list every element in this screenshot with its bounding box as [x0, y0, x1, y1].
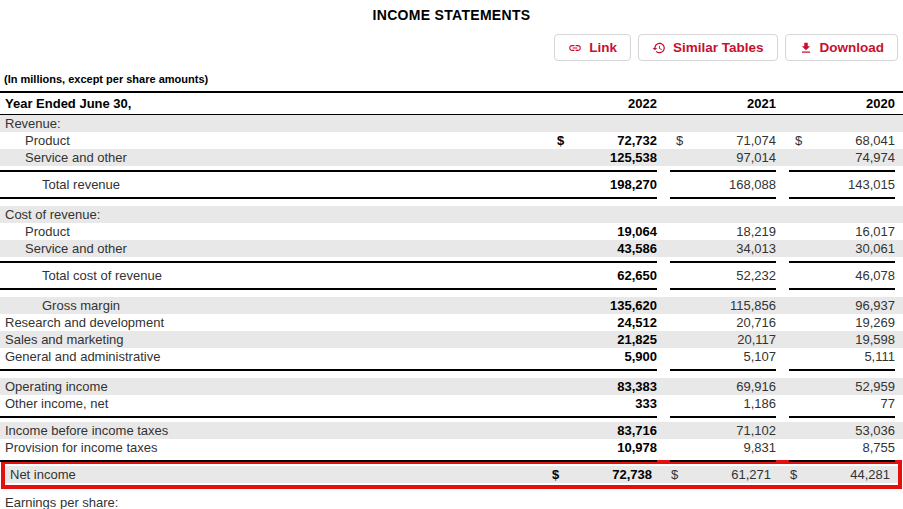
dollar-sign: $ [670, 132, 690, 149]
dollar-sign: $ [784, 466, 804, 483]
value-2021: 20,117 [690, 331, 776, 348]
row-label: Other income, net [0, 395, 551, 412]
row-label: Service and other [0, 240, 551, 257]
row-label: Service and other [0, 149, 551, 166]
section-rule [0, 412, 903, 416]
value-2021: 71,102 [690, 422, 776, 439]
similar-tables-button[interactable]: Similar Tables [638, 34, 778, 61]
value-2022: 5,900 [571, 348, 657, 365]
value-2022: 135,620 [571, 297, 657, 314]
row-label: Income before income taxes [0, 422, 551, 439]
similar-tables-button-label: Similar Tables [673, 39, 764, 56]
table-row: Total revenue198,270168,088143,015 [0, 176, 903, 193]
value-2020: 5,111 [809, 348, 895, 365]
value-2021: 20,716 [690, 314, 776, 331]
dollar-sign: $ [551, 132, 571, 149]
table-row: Total cost of revenue62,65052,23246,078 [0, 267, 903, 284]
row-label: Product [0, 132, 551, 149]
value-2022: 19,064 [571, 223, 657, 240]
row-label: Earnings per share: [0, 494, 551, 509]
table-row: Provision for income taxes10,9789,8318,7… [0, 439, 903, 456]
value-2021: 71,074 [690, 132, 776, 149]
value-2020: 16,017 [809, 223, 895, 240]
value-2022: 62,650 [571, 267, 657, 284]
value-2021: 97,014 [690, 149, 776, 166]
row-label: Gross margin [0, 297, 551, 314]
row-label: Sales and marketing [0, 331, 551, 348]
page-title: INCOME STATEMENTS [0, 7, 903, 23]
download-button-label: Download [820, 39, 885, 56]
link-icon [568, 41, 582, 55]
link-button[interactable]: Link [554, 34, 631, 61]
row-label: Net income [5, 466, 546, 483]
table-row: Other income, net3331,18677 [0, 395, 903, 412]
history-icon [652, 41, 666, 55]
download-icon [799, 41, 813, 55]
toolbar: Link Similar Tables Download [0, 34, 898, 61]
row-label: Revenue: [0, 115, 551, 132]
value-2021: 18,219 [690, 223, 776, 240]
dollar-sign: $ [665, 466, 685, 483]
table-row: Income before income taxes83,71671,10253… [0, 422, 903, 439]
value-2022: 198,270 [571, 176, 657, 193]
value-2020: 53,036 [809, 422, 895, 439]
link-button-label: Link [589, 39, 617, 56]
value-2022: 10,978 [571, 439, 657, 456]
value-2021: 34,013 [690, 240, 776, 257]
value-2022: 72,732 [571, 132, 657, 149]
section-rule [0, 193, 903, 197]
units-note: (In millions, except per share amounts) [4, 73, 903, 85]
value-2021: 1,186 [690, 395, 776, 412]
section-row: Cost of revenue: [0, 206, 903, 223]
table-row: Operating income83,38369,91652,959 [0, 378, 903, 395]
value-2020: 30,061 [809, 240, 895, 257]
dollar-sign: $ [789, 132, 809, 149]
value-2020: 77 [809, 395, 895, 412]
table-body: Revenue:Product$72,732$71,074$68,041Serv… [0, 115, 903, 509]
row-label: Provision for income taxes [0, 439, 551, 456]
header-year-2022: 2022 [571, 93, 657, 114]
section-rule [0, 166, 903, 170]
row-label: Operating income [0, 378, 551, 395]
section-row: Revenue: [0, 115, 903, 132]
value-2020: 19,598 [809, 331, 895, 348]
header-year-2020: 2020 [809, 93, 895, 114]
value-2020: 74,974 [809, 149, 895, 166]
table-header-row: Year Ended June 30, 2022 2021 2020 [0, 91, 903, 115]
value-2021: 115,856 [690, 297, 776, 314]
income-statement-table: Year Ended June 30, 2022 2021 2020 Reven… [0, 91, 903, 509]
row-label: Research and development [0, 314, 551, 331]
value-2021: 5,107 [690, 348, 776, 365]
header-year-2021: 2021 [690, 93, 776, 114]
value-2020: 52,959 [809, 378, 895, 395]
income-statements-page: INCOME STATEMENTS Link Similar Tables Do… [0, 0, 903, 509]
table-row: Product$72,732$71,074$68,041 [0, 132, 903, 149]
value-2021: 69,916 [690, 378, 776, 395]
value-2022: 24,512 [571, 314, 657, 331]
value-2020: 44,281 [804, 466, 890, 483]
value-2022: 83,716 [571, 422, 657, 439]
download-button[interactable]: Download [785, 34, 899, 61]
section-row: Earnings per share: [0, 494, 903, 509]
table-row: Net income$72,738$61,271$44,281 [5, 466, 898, 483]
table-row: Research and development24,51220,71619,2… [0, 314, 903, 331]
section-rule [0, 284, 903, 288]
section-rule [0, 257, 903, 261]
value-2022: 72,738 [566, 466, 652, 483]
value-2020: 8,755 [809, 439, 895, 456]
dollar-sign: $ [546, 466, 566, 483]
row-label: Product [0, 223, 551, 240]
row-label: General and administrative [0, 348, 551, 365]
value-2022: 333 [571, 395, 657, 412]
value-2021: 52,232 [690, 267, 776, 284]
value-2022: 43,586 [571, 240, 657, 257]
table-row: General and administrative5,9005,1075,11… [0, 348, 903, 365]
section-rule [0, 365, 903, 369]
value-2020: 96,937 [809, 297, 895, 314]
value-2021: 61,271 [685, 466, 771, 483]
row-label: Total revenue [0, 176, 551, 193]
value-2020: 19,269 [809, 314, 895, 331]
value-2020: 68,041 [809, 132, 895, 149]
table-row: Service and other125,53897,01474,974 [0, 149, 903, 166]
net-income-highlight-box: Net income$72,738$61,271$44,281 [1, 460, 902, 489]
